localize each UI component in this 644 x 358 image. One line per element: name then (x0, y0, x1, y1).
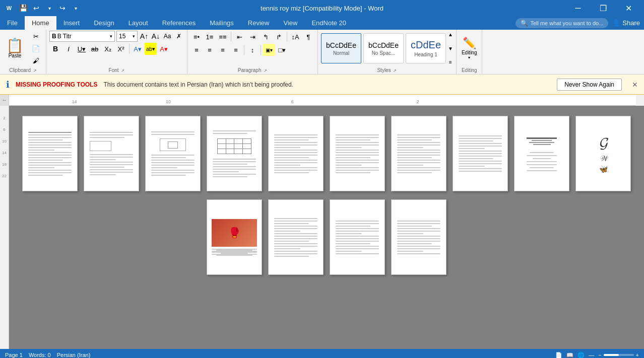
style-heading1[interactable]: cDdEe Heading 1 (406, 33, 446, 63)
sort-btn[interactable]: ↕A (289, 31, 301, 43)
tab-references[interactable]: References (155, 16, 203, 30)
italic-btn[interactable]: I (62, 43, 75, 55)
justify-btn[interactable]: ≡ (230, 44, 242, 56)
font-expand-icon[interactable]: ↗ (121, 68, 124, 73)
page-6[interactable] (330, 116, 385, 191)
tab-layout[interactable]: Layout (121, 16, 155, 30)
bullets-btn[interactable]: ≡• (190, 31, 203, 43)
page-line (336, 139, 370, 140)
page-line (28, 157, 71, 158)
font-size-dropdown[interactable]: ▾ (133, 34, 135, 39)
decrease-indent-btn[interactable]: ⇤ (233, 31, 245, 43)
paste-btn[interactable]: 📋 Paste (3, 37, 27, 60)
zoom-level: — (589, 352, 594, 358)
zoom-slider[interactable] (604, 354, 634, 356)
tell-me-box[interactable]: 🔍 Tell me what you want to do... (516, 18, 608, 28)
align-center-btn[interactable]: ≡ (204, 44, 216, 56)
clipboard-expand-icon[interactable]: ↗ (33, 68, 37, 73)
style-scroll-up[interactable]: ▲ (448, 32, 453, 37)
tab-review[interactable]: Review (241, 16, 277, 30)
editing-btn[interactable]: ✏️ Editing ▾ (460, 35, 479, 62)
page-line (397, 137, 440, 138)
styles-expand-icon[interactable]: ↗ (393, 68, 397, 73)
show-hide-btn[interactable]: ¶ (302, 31, 314, 43)
undo-dropdown[interactable]: ▾ (43, 2, 55, 14)
save-quick-btn[interactable]: 💾 (17, 2, 29, 14)
copy-btn[interactable]: 📄 (29, 43, 43, 54)
text-color-btn[interactable]: A▾ (132, 43, 144, 55)
font-size-decrease-btn[interactable]: A↓ (151, 31, 161, 41)
style-normal[interactable]: bCcDdEe Normal (321, 33, 361, 63)
minimize-btn[interactable]: ─ (566, 0, 590, 16)
editing-dropdown-arrow[interactable]: ▾ (462, 55, 477, 60)
zoom-in-btn[interactable]: + (636, 352, 639, 358)
strikethrough-btn[interactable]: ab (89, 43, 101, 55)
customize-quick-access[interactable]: ▾ (70, 2, 82, 14)
close-btn[interactable]: ✕ (617, 0, 640, 16)
font-size-increase-btn[interactable]: A↑ (139, 31, 149, 41)
shading-btn[interactable]: ▣▾ (263, 44, 275, 56)
page-10[interactable]: 𝓖 𝒲 🦋 (575, 116, 631, 191)
paragraph-expand-icon[interactable]: ↗ (264, 68, 267, 73)
align-left-btn[interactable]: ≡ (190, 44, 203, 56)
underline-btn[interactable]: U▾ (76, 43, 88, 55)
font-color-btn[interactable]: A▾ (158, 43, 170, 55)
format-painter-btn[interactable]: 🖌 (29, 55, 43, 66)
bold-btn[interactable]: B (49, 43, 61, 55)
tab-design[interactable]: Design (87, 16, 121, 30)
cut-btn[interactable]: ✂ (29, 31, 43, 42)
multilevel-list-btn[interactable]: ≡≡ (217, 31, 229, 43)
page-8[interactable] (453, 116, 508, 191)
page-line (274, 160, 317, 161)
never-show-again-btn[interactable]: Never Show Again (557, 79, 622, 91)
zoom-out-btn[interactable]: − (598, 352, 601, 358)
clear-format-btn[interactable]: ✗ (174, 31, 184, 41)
undo-btn[interactable]: ↩ (30, 2, 42, 14)
tab-home[interactable]: Home (25, 16, 56, 30)
rtl-btn[interactable]: ↰ (260, 31, 272, 43)
redo-btn[interactable]: ↪ (56, 2, 69, 14)
text-highlight-btn[interactable]: ab▾ (145, 43, 157, 55)
restore-btn[interactable]: ❐ (592, 0, 615, 16)
page-14[interactable] (391, 199, 446, 275)
view-normal-btn[interactable]: 📄 (555, 352, 562, 359)
superscript-btn[interactable]: X² (115, 43, 127, 55)
page-5[interactable] (268, 116, 324, 191)
page-1[interactable] (22, 116, 78, 191)
notification-close-btn[interactable]: ✕ (632, 81, 638, 89)
style-no-spacing[interactable]: bCcDdEe No Spac... (363, 33, 404, 63)
word-app-icon: W (4, 3, 14, 13)
tab-view[interactable]: View (276, 16, 304, 30)
page-7[interactable] (391, 116, 446, 191)
view-read-btn[interactable]: 📖 (566, 352, 573, 359)
page-11[interactable]: 🥊 (207, 199, 262, 275)
page-line (459, 135, 501, 136)
style-scroll-down[interactable]: ▼ (448, 46, 453, 51)
font-case-btn[interactable]: Aa (162, 31, 172, 41)
page-3[interactable] (145, 116, 201, 191)
page-12[interactable] (268, 199, 324, 275)
page-13[interactable] (330, 199, 385, 275)
increase-indent-btn[interactable]: ⇥ (246, 31, 259, 43)
ltr-btn[interactable]: ↱ (273, 31, 285, 43)
page-4[interactable] (207, 116, 262, 191)
font-name-input[interactable]: B B Titr ▾ (49, 31, 115, 42)
style-more[interactable]: ≡ (448, 59, 453, 65)
font-size-input[interactable]: 15 ▾ (116, 31, 138, 42)
tab-mailings[interactable]: Mailings (203, 16, 241, 30)
subscript-btn[interactable]: X₂ (102, 43, 114, 55)
page-2[interactable] (84, 116, 139, 191)
font-name-dropdown[interactable]: ▾ (110, 34, 112, 39)
align-right-btn[interactable]: ≡ (217, 44, 229, 56)
numbering-btn[interactable]: 1≡ (204, 31, 216, 43)
tab-insert[interactable]: Insert (56, 16, 87, 30)
share-btn[interactable]: 👤 Share (612, 19, 640, 27)
tab-endnote[interactable]: EndNote 20 (304, 16, 353, 30)
tab-file[interactable]: File (0, 16, 25, 30)
page-line (274, 236, 317, 237)
page-9[interactable] (514, 116, 569, 191)
borders-btn[interactable]: □▾ (276, 44, 288, 56)
page-line (336, 150, 378, 151)
view-web-btn[interactable]: 🌐 (577, 352, 585, 359)
line-spacing-btn[interactable]: ↕ (246, 44, 259, 56)
